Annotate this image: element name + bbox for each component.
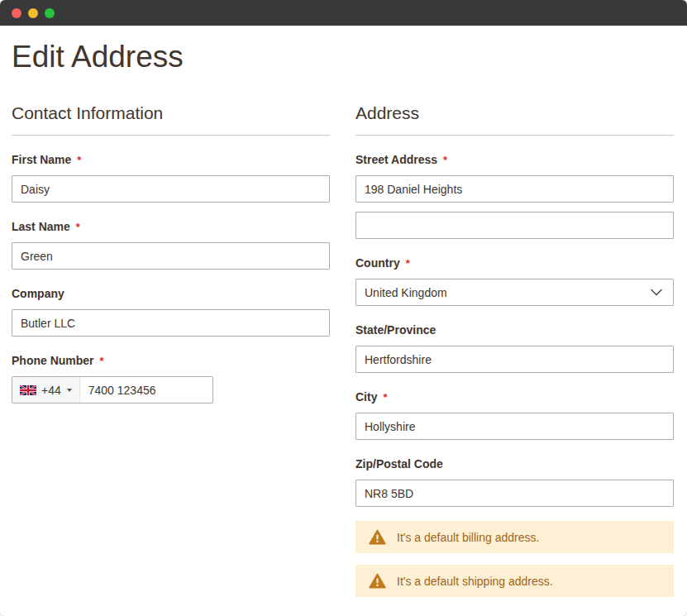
country-select[interactable]: United Kingdom [355, 279, 674, 306]
street-address-label-text: Street Address [355, 153, 437, 166]
dial-code-label: +44 [41, 384, 61, 397]
phone-number-label: Phone Number* [12, 355, 330, 367]
street-address-field: Street Address* [355, 154, 674, 239]
state-province-input[interactable] [355, 346, 674, 373]
company-field: Company [12, 288, 330, 337]
country-selected-value: United Kingdom [365, 286, 447, 299]
zip-postal-code-field: Zip/Postal Code [355, 458, 674, 507]
country-label-text: Country [355, 256, 400, 270]
first-name-label-text: First Name [12, 153, 71, 166]
caret-down-icon [67, 389, 72, 392]
notice-text: It's a default billing address. [397, 531, 539, 544]
last-name-label-text: Last Name [12, 220, 70, 233]
default-billing-notice: It's a default billing address. [355, 521, 674, 553]
page-content: Edit Address Contact Information First N… [0, 39, 687, 597]
warning-icon [369, 529, 386, 545]
first-name-field: First Name* [12, 154, 330, 203]
country-label: Country* [355, 257, 674, 270]
state-province-label-text: State/Province [355, 323, 436, 337]
required-asterisk: * [100, 355, 104, 367]
dial-code-selector[interactable]: +44 [12, 377, 80, 403]
phone-number-label-text: Phone Number [12, 354, 94, 367]
company-label: Company [12, 288, 330, 300]
uk-flag-icon [20, 385, 36, 395]
city-label: City* [355, 391, 674, 404]
state-province-label: State/Province [355, 324, 674, 337]
chevron-down-icon [651, 289, 662, 296]
required-asterisk: * [443, 154, 447, 166]
zip-postal-code-label-text: Zip/Postal Code [355, 457, 443, 470]
city-label-text: City [355, 390, 377, 404]
notice-text: It's a default shipping address. [397, 575, 553, 588]
contact-information-section: Contact Information First Name* Last Nam… [12, 101, 330, 597]
page-title: Edit Address [12, 39, 674, 75]
required-asterisk: * [406, 257, 410, 270]
phone-input-group: +44 [12, 376, 213, 404]
city-field: City* [355, 391, 674, 440]
address-section: Address Street Address* Country* United … [355, 101, 674, 597]
street-address-label: Street Address* [355, 154, 674, 166]
minimize-window-button[interactable] [28, 8, 38, 18]
country-field: Country* United Kingdom [355, 257, 674, 306]
city-input[interactable] [355, 413, 674, 440]
last-name-label: Last Name* [12, 221, 330, 233]
first-name-label: First Name* [12, 154, 330, 166]
form-columns: Contact Information First Name* Last Nam… [12, 101, 674, 597]
state-province-field: State/Province [355, 324, 674, 373]
zip-postal-code-input[interactable] [355, 480, 674, 507]
phone-number-input[interactable] [80, 377, 212, 403]
required-asterisk: * [383, 391, 387, 404]
warning-icon [369, 573, 386, 589]
close-window-button[interactable] [12, 8, 21, 18]
contact-section-heading: Contact Information [12, 101, 330, 136]
window-titlebar [0, 0, 687, 26]
required-asterisk: * [76, 221, 80, 233]
street-address-line2-input[interactable] [355, 212, 674, 239]
company-label-text: Company [12, 287, 64, 300]
zip-postal-code-label: Zip/Postal Code [355, 458, 674, 470]
last-name-input[interactable] [12, 242, 330, 270]
street-address-line1-input[interactable] [355, 175, 674, 203]
address-section-heading: Address [355, 101, 674, 136]
zoom-window-button[interactable] [45, 8, 55, 18]
first-name-input[interactable] [12, 175, 330, 203]
app-window: Edit Address Contact Information First N… [0, 0, 687, 616]
company-input[interactable] [12, 309, 330, 337]
default-shipping-notice: It's a default shipping address. [355, 565, 674, 597]
required-asterisk: * [77, 154, 81, 166]
last-name-field: Last Name* [12, 221, 330, 270]
phone-number-field: Phone Number* [12, 355, 330, 404]
